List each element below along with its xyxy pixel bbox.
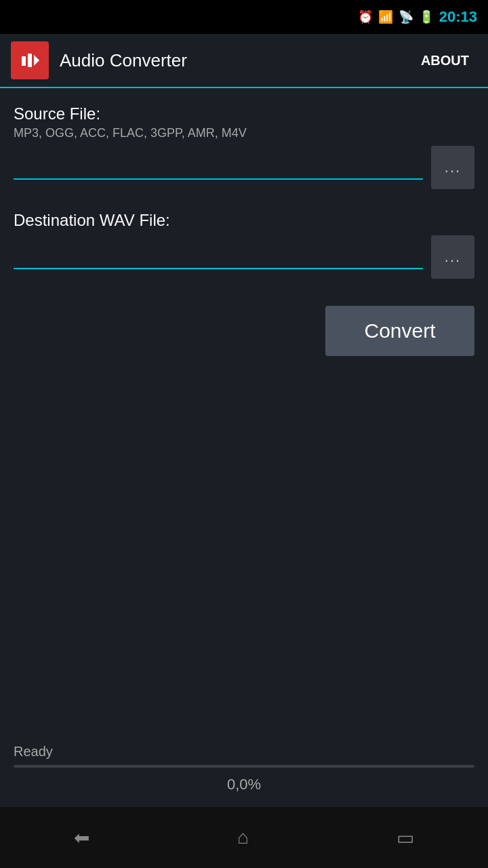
source-file-label: Source File:	[14, 104, 474, 123]
signal-icon: 📡	[399, 9, 413, 24]
destination-file-section: Destination WAV File: ...	[14, 211, 474, 284]
status-section: Ready 0,0%	[0, 744, 488, 793]
svg-rect-1	[28, 54, 32, 67]
progress-bar-track	[14, 765, 474, 768]
status-bar: ⏰ 📶 📡 🔋 20:13	[0, 0, 488, 34]
app-bar: Audio Converter ABOUT	[0, 34, 488, 88]
audio-icon	[19, 50, 41, 71]
recent-button[interactable]: ▭	[390, 820, 421, 856]
progress-percent: 0,0%	[14, 776, 474, 793]
svg-rect-0	[22, 56, 26, 66]
source-browse-button[interactable]: ...	[431, 146, 474, 189]
status-icons: ⏰ 📶 📡 🔋 20:13	[358, 8, 477, 26]
status-time: 20:13	[439, 8, 477, 26]
back-button[interactable]: ⬅	[67, 820, 96, 856]
destination-file-input[interactable]	[14, 245, 423, 269]
source-file-section: Source File: MP3, OGG, ACC, FLAC, 3GPP, …	[14, 104, 474, 195]
convert-button[interactable]: Convert	[325, 306, 474, 356]
destination-browse-button[interactable]: ...	[431, 235, 474, 279]
app-title: Audio Converter	[60, 50, 413, 71]
wifi-icon: 📶	[378, 9, 393, 24]
convert-section: Convert	[14, 306, 474, 356]
about-button[interactable]: ABOUT	[413, 47, 477, 74]
alarm-icon: ⏰	[358, 9, 373, 24]
destination-file-row: ...	[14, 235, 474, 279]
app-logo	[11, 41, 49, 79]
battery-icon: 🔋	[419, 9, 434, 24]
home-button[interactable]: ⌂	[230, 820, 256, 855]
ready-text: Ready	[14, 744, 474, 760]
supported-formats: MP3, OGG, ACC, FLAC, 3GPP, AMR, M4V	[14, 126, 474, 140]
source-file-row: ...	[14, 146, 474, 189]
destination-file-label: Destination WAV File:	[14, 211, 474, 230]
source-file-input[interactable]	[14, 155, 423, 180]
nav-bar: ⬅ ⌂ ▭	[0, 807, 488, 868]
svg-marker-2	[34, 55, 39, 66]
